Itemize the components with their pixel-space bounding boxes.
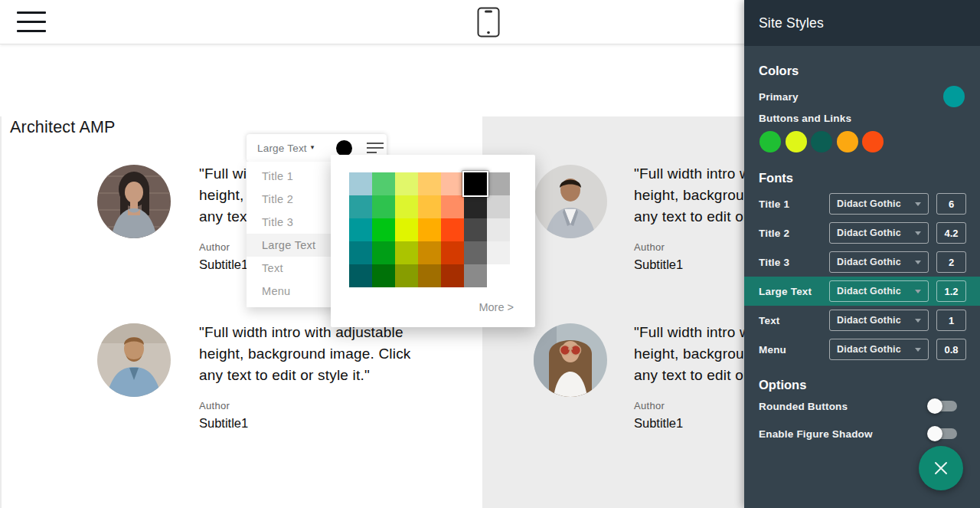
figure-shadow-toggle[interactable] <box>929 428 957 439</box>
color-swatch[interactable] <box>395 264 418 287</box>
font-size-input[interactable] <box>936 251 966 273</box>
color-swatch[interactable] <box>464 264 487 287</box>
font-family-select[interactable]: Didact Gothic <box>829 222 929 244</box>
color-swatch[interactable] <box>441 218 464 241</box>
chevron-down-icon <box>915 319 921 323</box>
color-swatch[interactable] <box>464 195 487 218</box>
avatar-photo-woman-sunglasses <box>534 323 607 397</box>
color-swatch[interactable] <box>349 172 372 195</box>
font-size-input[interactable] <box>936 193 966 215</box>
button-link-colors <box>744 131 980 152</box>
font-row-large-text: Large Text Didact Gothic <box>744 277 980 306</box>
color-swatch[interactable] <box>372 172 395 195</box>
text-style-dropdown[interactable]: Large Text <box>257 143 307 154</box>
color-swatch[interactable] <box>372 241 395 264</box>
color-swatch[interactable] <box>349 195 372 218</box>
chevron-down-icon <box>915 290 921 293</box>
color-swatch[interactable] <box>418 195 441 218</box>
font-rows: Title 1 Didact Gothic Title 2 Didact Got… <box>744 189 980 364</box>
color-swatch[interactable] <box>487 172 510 195</box>
chevron-down-icon: ▾ <box>311 143 315 151</box>
color-swatch-grid <box>349 172 510 287</box>
color-picker-popup: More > <box>331 155 535 327</box>
color-swatch[interactable] <box>395 241 418 264</box>
font-family-select[interactable]: Didact Gothic <box>829 251 929 273</box>
site-brand[interactable]: Architect AMP <box>10 118 116 137</box>
panel-header: Site Styles <box>744 0 980 46</box>
testimonial-author[interactable]: Author <box>199 241 230 253</box>
text-color-swatch[interactable] <box>336 140 352 156</box>
button-color-circle[interactable] <box>760 131 781 152</box>
avatar <box>97 165 171 238</box>
avatar-photo-man-blazer <box>534 165 607 238</box>
color-swatch[interactable] <box>487 218 510 241</box>
color-swatch[interactable] <box>418 172 441 195</box>
font-row-text: Text Didact Gothic <box>744 306 980 335</box>
font-size-input[interactable] <box>936 222 966 244</box>
color-swatch[interactable] <box>418 264 441 287</box>
font-family-select[interactable]: Didact Gothic <box>829 280 929 302</box>
testimonial-author[interactable]: Author <box>199 400 230 411</box>
color-swatch[interactable] <box>395 172 418 195</box>
rounded-buttons-toggle[interactable] <box>929 401 957 411</box>
fonts-heading: Fonts <box>759 171 980 185</box>
font-size-input[interactable] <box>936 310 966 331</box>
color-swatch[interactable] <box>395 218 418 241</box>
testimonial-quote[interactable]: "Full width intro with adjustable height… <box>199 322 429 386</box>
testimonial-subtitle[interactable]: Subtitle1 <box>634 257 683 272</box>
testimonial-subtitle[interactable]: Subtitle1 <box>199 416 248 431</box>
color-swatch[interactable] <box>372 264 395 287</box>
align-text-icon[interactable] <box>367 142 385 154</box>
color-swatch[interactable] <box>418 218 441 241</box>
font-family-select[interactable]: Didact Gothic <box>829 193 929 215</box>
avatar-photo-man-denim <box>97 323 171 397</box>
hamburger-menu-icon[interactable] <box>17 11 46 33</box>
avatar <box>534 323 607 397</box>
color-swatch[interactable] <box>395 195 418 218</box>
avatar <box>534 165 607 238</box>
color-swatch[interactable] <box>462 171 489 198</box>
color-swatch[interactable] <box>464 241 487 264</box>
font-family-select[interactable]: Didact Gothic <box>829 310 929 331</box>
testimonial-subtitle[interactable]: Subtitle1 <box>634 416 683 431</box>
button-color-circle[interactable] <box>811 131 832 152</box>
button-color-circle[interactable] <box>786 131 807 152</box>
color-swatch[interactable] <box>372 218 395 241</box>
button-color-circle[interactable] <box>862 131 884 152</box>
font-size-input[interactable] <box>936 280 966 302</box>
more-colors-link[interactable]: More > <box>479 301 514 313</box>
font-row-title2: Title 2 Didact Gothic <box>744 218 980 247</box>
color-swatch[interactable] <box>487 241 510 264</box>
testimonial-subtitle[interactable]: Subtitle1 <box>199 257 248 272</box>
color-swatch[interactable] <box>441 195 464 218</box>
color-swatch[interactable] <box>441 241 464 264</box>
chevron-down-icon <box>915 202 921 206</box>
font-family-select[interactable]: Didact Gothic <box>829 339 929 360</box>
color-swatch[interactable] <box>349 218 372 241</box>
color-swatch[interactable] <box>487 264 510 287</box>
avatar-photo-woman-brick <box>97 165 171 238</box>
site-styles-panel: Site Styles Colors Primary Buttons and L… <box>744 0 980 508</box>
font-row-title3: Title 3 Didact Gothic <box>744 247 980 277</box>
color-swatch[interactable] <box>487 195 510 218</box>
avatar <box>97 323 171 397</box>
testimonial-author[interactable]: Author <box>634 400 665 411</box>
button-color-circle[interactable] <box>837 131 858 152</box>
font-row-menu: Menu Didact Gothic <box>744 335 980 364</box>
color-swatch[interactable] <box>372 195 395 218</box>
chevron-down-icon <box>915 231 921 235</box>
mobile-preview-icon[interactable] <box>477 7 500 41</box>
primary-color-row: Primary <box>744 85 980 108</box>
color-swatch[interactable] <box>441 264 464 287</box>
close-icon <box>931 458 951 478</box>
primary-color-circle[interactable] <box>943 86 965 107</box>
color-swatch[interactable] <box>464 218 487 241</box>
color-swatch[interactable] <box>418 241 441 264</box>
color-swatch[interactable] <box>441 172 464 195</box>
font-size-input[interactable] <box>936 339 966 360</box>
option-rounded-buttons: Rounded Buttons <box>744 393 980 419</box>
color-swatch[interactable] <box>349 264 372 287</box>
close-panel-button[interactable] <box>919 446 963 490</box>
color-swatch[interactable] <box>349 241 372 264</box>
testimonial-author[interactable]: Author <box>634 241 665 253</box>
